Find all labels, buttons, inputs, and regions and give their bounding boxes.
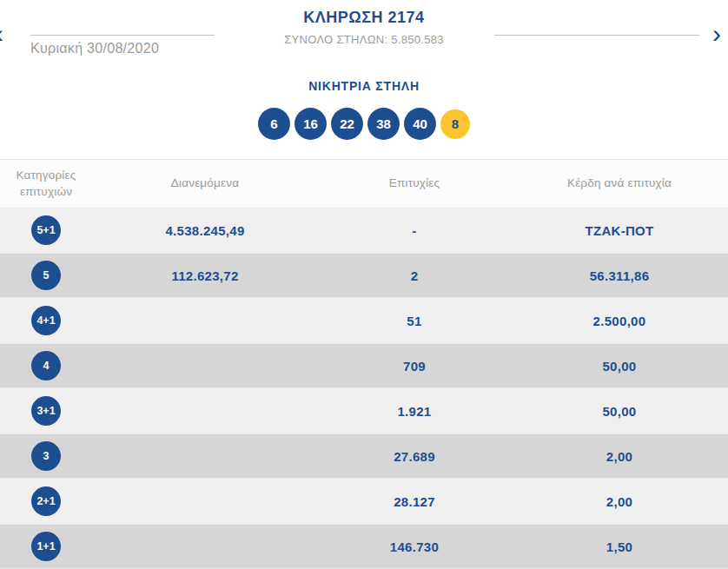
winning-column-section: ΝΙΚΗΤΡΙΑ ΣΤΗΛΗ 6 16 22 38 40 8: [0, 61, 728, 159]
draw-header: ‹ Κυριακή 30/08/2020 ΚΛΗΡΩΣΗ 2174 ΣΥΝΟΛΟ…: [0, 0, 728, 61]
table-row: 4 709 50,00: [0, 343, 728, 388]
wins-value: 27.689: [318, 449, 511, 464]
wins-value: -: [318, 223, 511, 238]
wins-value: 51: [318, 314, 511, 328]
table-row: 3 27.689 2,00: [0, 433, 728, 479]
category-badge: 3+1: [31, 396, 61, 426]
winning-number-ball: 40: [404, 108, 436, 140]
column-header-categories: Κατηγορίες επιτυχιών: [0, 168, 92, 199]
chevron-left-icon[interactable]: ‹: [0, 21, 3, 47]
next-draw-block: [494, 35, 699, 36]
table-row: 4+1 51 2.500,00: [0, 298, 728, 343]
category-badge: 1+1: [31, 532, 61, 561]
distributed-value: 112.623,72: [92, 268, 318, 283]
joker-bonus-ball: 8: [440, 109, 470, 139]
winning-numbers: 6 16 22 38 40 8: [0, 108, 728, 140]
prize-value: 1,50: [511, 539, 728, 554]
divider-line: [494, 35, 699, 36]
prize-value: 2,00: [511, 494, 728, 509]
table-row: 5 112.623,72 2 56.311,86: [0, 253, 728, 298]
table-row: 2+1 28.127 2,00: [0, 479, 728, 524]
prize-value: 56.311,86: [511, 268, 728, 283]
prize-value: 50,00: [511, 359, 728, 374]
draw-date: Κυριακή 30/08/2020: [30, 41, 215, 56]
wins-value: 28.127: [318, 494, 511, 509]
table-body: 5+1 4.538.245,49 - ΤΖΑΚ-ΠΟΤ 5 112.623,72…: [0, 208, 728, 569]
category-badge: 2+1: [31, 486, 61, 516]
category-badge: 3: [31, 441, 61, 471]
prize-value: ΤΖΑΚ-ΠΟΤ: [511, 223, 728, 238]
winning-number-ball: 22: [331, 108, 363, 140]
category-badge: 4: [31, 351, 61, 380]
winning-column-title: ΝΙΚΗΤΡΙΑ ΣΤΗΛΗ: [0, 79, 728, 93]
wins-value: 1.921: [318, 404, 511, 419]
category-badge: 5+1: [31, 215, 61, 245]
winning-number-ball: 38: [367, 108, 400, 140]
wins-value: 146.730: [318, 539, 511, 554]
winning-number-ball: 16: [295, 108, 327, 140]
divider-line: [30, 35, 215, 36]
distributed-value: 4.538.245,49: [92, 223, 318, 238]
table-row: 3+1 1.921 50,00: [0, 388, 728, 433]
category-badge: 4+1: [31, 306, 61, 335]
current-draw-block: Κυριακή 30/08/2020: [30, 35, 215, 56]
category-badge: 5: [31, 261, 61, 290]
page-title: ΚΛΗΡΩΣΗ 2174: [0, 9, 728, 27]
winning-number-ball: 6: [258, 108, 290, 140]
column-header-distributed: Διανεμόμενα: [92, 175, 318, 191]
prize-value: 2.500,00: [511, 314, 728, 328]
table-row: 5+1 4.538.245,49 - ΤΖΑΚ-ΠΟΤ: [0, 208, 728, 253]
column-header-wins: Επιτυχίες: [318, 175, 511, 191]
column-header-prize: Κέρδη ανά επιτυχία: [511, 175, 728, 191]
prize-value: 2,00: [511, 449, 728, 464]
prize-tiers-table: Κατηγορίες επιτυχιών Διανεμόμενα Επιτυχί…: [0, 159, 728, 569]
chevron-right-icon[interactable]: ›: [712, 21, 721, 47]
prize-value: 50,00: [511, 404, 728, 419]
table-row: 1+1 146.730 1,50: [0, 524, 728, 569]
wins-value: 2: [318, 268, 511, 283]
wins-value: 709: [318, 359, 511, 374]
table-header-row: Κατηγορίες επιτυχιών Διανεμόμενα Επιτυχί…: [0, 159, 728, 208]
